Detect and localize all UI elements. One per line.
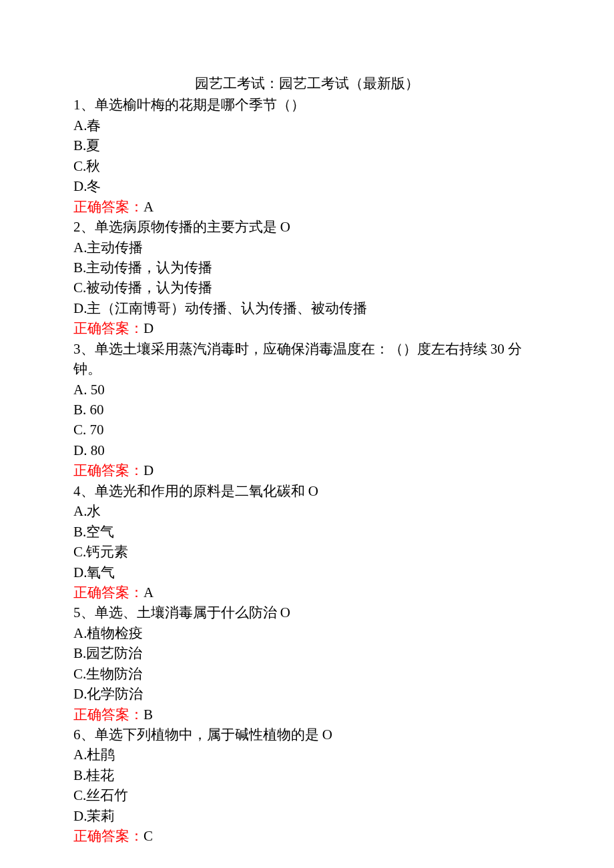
option-a: A.植物检疫 — [73, 623, 541, 643]
option-c: C.秋 — [73, 156, 541, 176]
answer-value: D — [143, 462, 154, 478]
option-b: B. 60 — [73, 400, 541, 420]
option-a: A.杜鹃 — [73, 745, 541, 765]
answer-value: C — [143, 828, 153, 844]
answer-line: 正确答案：A — [73, 197, 541, 217]
option-b: B.夏 — [73, 135, 541, 155]
question-1: 1、单选榆叶梅的花期是哪个季节（） A.春 B.夏 C.秋 D.冬 正确答案：A — [73, 95, 541, 217]
answer-label: 正确答案： — [73, 462, 143, 478]
answer-value: A — [143, 584, 154, 600]
question-stem: 5、单选、土壤消毒属于什么防治 O — [73, 602, 541, 622]
answer-value: D — [143, 320, 154, 336]
option-a: A. 50 — [73, 380, 541, 400]
question-6: 6、单选下列植物中，属于碱性植物的是 O A.杜鹃 B.桂花 C.丝石竹 D.茉… — [73, 725, 541, 847]
option-c: C.丝石竹 — [73, 785, 541, 805]
option-b: B.主动传播，认为传播 — [73, 258, 541, 278]
option-d: D. 80 — [73, 440, 541, 460]
option-c: C. 70 — [73, 420, 541, 440]
answer-line: 正确答案：D — [73, 460, 541, 480]
answer-label: 正确答案： — [73, 828, 143, 844]
answer-value: B — [143, 707, 153, 723]
option-c: C.生物防治 — [73, 664, 541, 684]
option-b: B.桂花 — [73, 765, 541, 785]
question-stem: 1、单选榆叶梅的花期是哪个季节（） — [73, 95, 541, 115]
option-a: A.春 — [73, 115, 541, 135]
option-d: D.茉莉 — [73, 806, 541, 826]
question-stem: 3、单选土壤采用蒸汽消毒时，应确保消毒温度在：（）度左右持续 30 分钟。 — [73, 339, 541, 380]
option-c: C.被动传播，认为传播 — [73, 278, 541, 298]
answer-label: 正确答案： — [73, 199, 143, 215]
answer-line: 正确答案：B — [73, 705, 541, 725]
question-stem: 2、单选病原物传播的主要方式是 O — [73, 217, 541, 237]
answer-label: 正确答案： — [73, 320, 143, 336]
answer-line: 正确答案：C — [73, 826, 541, 846]
question-3: 3、单选土壤采用蒸汽消毒时，应确保消毒温度在：（）度左右持续 30 分钟。 A.… — [73, 339, 541, 481]
answer-line: 正确答案：D — [73, 318, 541, 338]
answer-line: 正确答案：A — [73, 582, 541, 602]
option-a: A.水 — [73, 501, 541, 521]
page-title: 园艺工考试：园艺工考试（最新版） — [73, 73, 541, 93]
option-c: C.钙元素 — [73, 542, 541, 562]
answer-value: A — [143, 199, 154, 215]
question-4: 4、单选光和作用的原料是二氧化碳和 O A.水 B.空气 C.钙元素 D.氧气 … — [73, 481, 541, 603]
answer-label: 正确答案： — [73, 584, 143, 600]
option-b: B.园艺防治 — [73, 643, 541, 663]
question-5: 5、单选、土壤消毒属于什么防治 O A.植物检疫 B.园艺防治 C.生物防治 D… — [73, 602, 541, 725]
option-d: D.冬 — [73, 176, 541, 196]
option-d: D.化学防治 — [73, 684, 541, 704]
question-stem: 6、单选下列植物中，属于碱性植物的是 O — [73, 725, 541, 745]
question-stem: 4、单选光和作用的原料是二氧化碳和 O — [73, 481, 541, 501]
option-d: D.氧气 — [73, 562, 541, 582]
question-2: 2、单选病原物传播的主要方式是 O A.主动传播 B.主动传播，认为传播 C.被… — [73, 217, 541, 339]
option-a: A.主动传播 — [73, 238, 541, 258]
option-b: B.空气 — [73, 522, 541, 542]
option-d: D.主（江南博哥）动传播、认为传播、被动传播 — [73, 298, 541, 318]
answer-label: 正确答案： — [73, 707, 143, 723]
